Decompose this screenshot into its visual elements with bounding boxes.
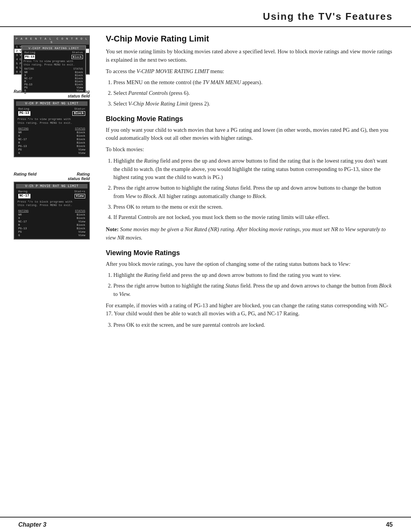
vchip-overlay-menu: V-CHIP MOVIE RATING LIMIT Rating Status … [21,45,86,93]
blocking-step-1: Highlight the Rating field and press the… [113,157,393,182]
view-rating-value: NC-17 [18,194,30,198]
ratings-table-header: RATING STATUS [18,127,85,130]
viewing-section-title: Viewing Movie Ratings [106,249,393,257]
view-row-g: GView [18,234,85,237]
viewing-example-paragraph: For example, if movies with a rating of … [106,302,393,318]
right-text-col: V-Chip Movie Rating Limit You set movie … [103,34,393,332]
viewing-step-1: Highlight the Rating field and press the… [113,271,393,280]
row-g: GView [22,89,85,92]
vchip-block-instruction: Press ^/v to view programs withthis rati… [16,117,88,126]
block-row-x: XBlock [18,134,85,137]
blocking-steps-label: To block movies: [106,145,393,154]
vchip-view-table: RATING STATUS NRBlock XBlock NC-17View R… [16,209,88,237]
blocking-step-2: Press the right arrow button to highligh… [113,184,393,201]
view-row-pg13: PG-13Block [18,227,85,230]
viewing-steps-list: Highlight the Rating field and press the… [113,271,393,298]
block-row-pg13: PG-13Block [18,145,85,148]
rating-value: PG-13 [18,111,30,116]
status-value: Block [72,111,85,116]
block-row-pg: PGView [18,148,85,151]
screenshot-1-container: P A R E N T A L C O N T R O L S 1 V-Chip… [14,35,90,75]
blocking-intro-paragraph: If you only want your child to watch mov… [106,126,393,143]
view-row-x: XBlock [18,217,85,220]
vchip-overlay-header: Rating Status [22,50,85,54]
page-header: Using the TV's Features [0,0,411,27]
vchip-overlay-title: V-CHIP MOVIE RATING LIMIT [22,46,85,50]
vchip-block-table: RATING STATUS NRBlock XBlock NC-17Block … [16,127,88,155]
vchip-block-highlight: PG-13 Block [16,111,88,116]
left-screenshots-col: P A R E N T A L C O N T R O L S 1 V-Chip… [14,34,94,332]
note-paragraph: Note: Some movies may be given a Not Rat… [106,225,393,242]
blocking-section-title: Blocking Movie Ratings [106,115,393,123]
vchip-block-screen: V-CH P MOVIE RAT NG LIMIT Rating Statu< … [14,99,90,157]
view-table-header: RATING STATUS [18,209,85,212]
access-steps-list: Press MENU on the remote control (the TV… [113,78,393,108]
vchip-overlay-highlight-row: PG-13 Block [22,54,85,59]
field-labels-3: Rating field Rating status field [14,172,90,181]
block-row-nr: NRBlock [18,131,85,134]
vchip-block-header: Rating Statu< [16,107,88,110]
rating-field-label-3: Rating field [14,172,68,181]
vchip-view-title: V-Ch P MOVIE RAT NG LIMIT [16,184,88,189]
parental-menu-title: P A R E N T A L C O N T R O L S [14,36,89,45]
block-row-r: RBlock [18,141,85,144]
vchip-view-header: Ra<ng Stat<s [16,190,88,193]
block-row-g: GView [18,152,85,155]
block-row-nc17: NC-17Block [18,138,85,141]
note-bold: Note: [106,226,119,232]
viewing-last-step-list: Press OK to exit the screen, and be sure… [113,321,393,329]
viewing-step-2: Press the right arrow button to highligh… [113,282,393,299]
access-step-3: Select V-Chip Movie Rating Limit (press … [113,100,393,108]
view-row-nr: NRBlock [18,213,85,216]
footer-chapter: Chapter 3 [18,521,46,528]
main-content: P A R E N T A L C O N T R O L S 1 V-Chip… [0,27,411,332]
header-title: Using the TV's Features [263,11,393,22]
screenshot-2-container: V-CH P MOVIE RAT NG LIMIT Rating Statu< … [14,99,94,157]
page-footer: Chapter 3 45 [0,517,411,532]
screenshot-3-container: V-Ch P MOVIE RAT NG LIMIT Ra<ng Stat<s N… [14,182,94,240]
vchip-overlay-table-header: RATING STATUS [22,67,85,71]
rating-label-right-3: Rating [77,172,90,176]
note-text: Some movies may be given a Not Rated (NR… [106,226,386,241]
row-r: RBlock [22,80,85,83]
intro-paragraph: You set movie rating limits by blocking … [106,48,393,64]
vchip-view-highlight: NC-17 View [16,193,88,199]
viewing-intro-paragraph: After you block movie ratings, you have … [106,260,393,268]
row-pg: PGView [22,86,85,89]
access-step-2: Select Parental Controls (press 6). [113,89,393,97]
vchip-section-title: V-Chip Movie Rating Limit [106,34,393,44]
rating-box: PG-13 [24,55,35,59]
row-nr: NRBlock [22,71,85,74]
view-status-value: View [75,194,85,198]
blocking-step-3: Press OK to return to the menu or exit t… [113,203,393,211]
vchip-overlay-instruction: Press ^/v to view programs withthis rati… [22,59,85,67]
view-row-nc17: NC-17View [18,220,85,223]
status-field-label: status field [68,94,90,98]
footer-page: 45 [386,521,393,528]
blocking-step-4: If Parental Controls are not locked, you… [113,213,393,222]
vchip-block-title: V-CH P MOVIE RAT NG LIMIT [16,101,88,106]
blocking-steps-list: Highlight the Rating field and press the… [113,157,393,222]
access-step-1: Press MENU on the remote control (the TV… [113,78,393,87]
access-menu-label: To access the V-CHIP MOVIE RATING LIMIT … [106,67,393,76]
row-pg13: PG-13Block [22,83,85,86]
status-box: Block [72,55,83,59]
row-x: XBlock [22,74,85,77]
view-row-pg: PGView [18,230,85,233]
status-field-label-3: status field [68,176,90,181]
vchip-view-instruction: Press ^/v to block programs withthis rat… [16,200,88,209]
row-nc17: NC-17Block [22,77,85,80]
view-row-r: RBlock [18,224,85,227]
viewing-step-3: Press OK to exit the screen, and be sure… [113,321,393,329]
vchip-view-screen: V-Ch P MOVIE RAT NG LIMIT Ra<ng Stat<s N… [14,182,90,240]
